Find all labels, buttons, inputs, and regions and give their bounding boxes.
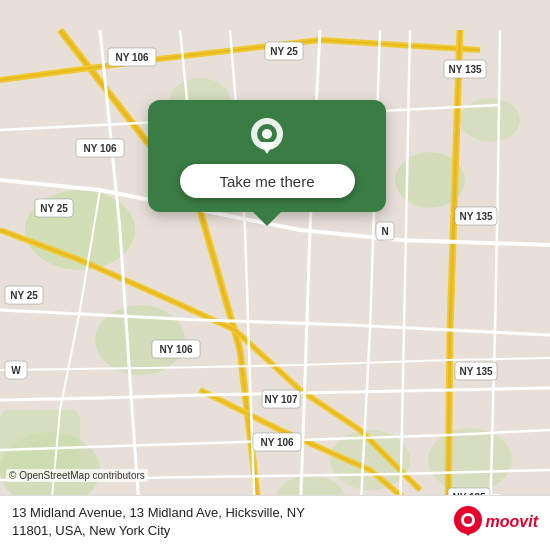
bottom-bar: 13 Midland Avenue, 13 Midland Ave, Hicks… (0, 495, 550, 550)
svg-text:NY 135: NY 135 (459, 366, 493, 377)
svg-text:W: W (11, 365, 21, 376)
osm-credit: © OpenStreetMap contributors (6, 469, 148, 482)
moovit-logo-text: moovit (486, 513, 538, 531)
take-me-there-button[interactable]: Take me there (180, 164, 355, 198)
svg-point-43 (262, 129, 272, 139)
svg-text:NY 25: NY 25 (10, 290, 38, 301)
svg-point-47 (464, 516, 472, 524)
svg-text:NY 106: NY 106 (83, 143, 117, 154)
svg-text:NY 135: NY 135 (448, 64, 482, 75)
moovit-logo: moovit (450, 504, 538, 540)
svg-text:NY 106: NY 106 (115, 52, 149, 63)
svg-text:N: N (381, 226, 388, 237)
svg-text:NY 107: NY 107 (264, 394, 298, 405)
moovit-logo-icon (450, 504, 486, 540)
svg-text:NY 106: NY 106 (260, 437, 294, 448)
svg-text:NY 135: NY 135 (459, 211, 493, 222)
svg-text:NY 25: NY 25 (40, 203, 68, 214)
map-background: NY 106 NY 25 NY 135 NY 106 NY 25 NY 25 N… (0, 0, 550, 550)
location-pin-icon (247, 116, 287, 160)
map-container: NY 106 NY 25 NY 135 NY 106 NY 25 NY 25 N… (0, 0, 550, 550)
svg-text:NY 106: NY 106 (159, 344, 193, 355)
svg-text:NY 25: NY 25 (270, 46, 298, 57)
pin-card: Take me there (148, 100, 386, 212)
svg-point-7 (428, 428, 512, 492)
address-text: 13 Midland Avenue, 13 Midland Ave, Hicks… (12, 504, 440, 540)
